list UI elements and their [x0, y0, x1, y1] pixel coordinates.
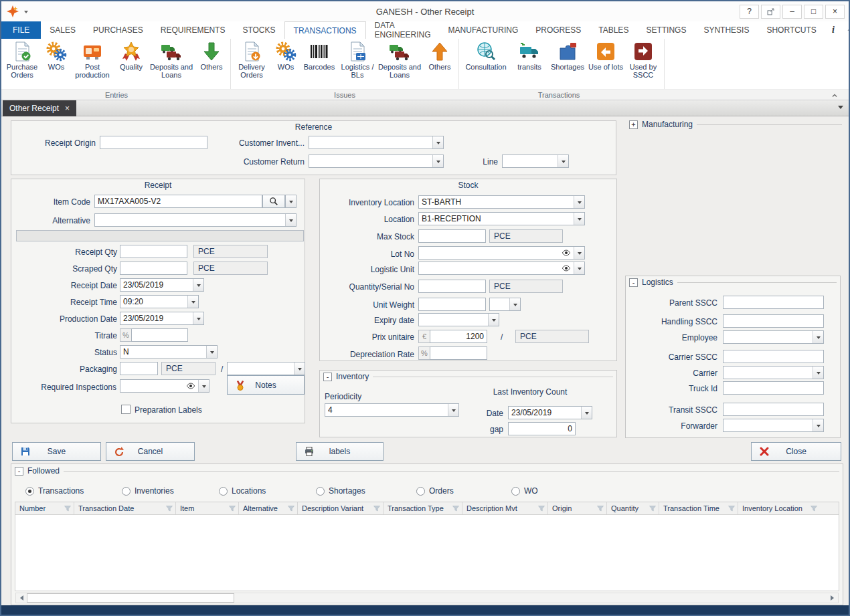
chevron-down-icon[interactable] [294, 363, 305, 375]
tab-progress[interactable]: PROGRESS [527, 21, 590, 39]
depreciation-rate-input[interactable] [430, 346, 487, 360]
inventory-location-combo[interactable] [418, 195, 585, 209]
ribbon-post-production-button[interactable]: Post production [71, 39, 114, 89]
grid-body-empty[interactable] [15, 515, 839, 591]
receipt-time-input[interactable] [120, 296, 187, 308]
scroll-left-arrow[interactable] [16, 593, 27, 603]
chevron-down-icon[interactable] [581, 407, 592, 419]
chevron-down-icon[interactable] [574, 213, 584, 225]
filter-locations-radio[interactable]: Locations [219, 486, 266, 496]
chevron-down-icon[interactable] [813, 367, 823, 379]
alternative-combo[interactable] [94, 213, 296, 227]
close-button[interactable]: Close [751, 442, 841, 461]
preparation-labels-checkbox[interactable] [121, 405, 131, 414]
chevron-down-icon[interactable] [813, 419, 823, 431]
employee-input[interactable] [724, 331, 813, 343]
lot-no-input[interactable] [419, 247, 558, 259]
tab-transactions[interactable]: TRANSACTIONS [284, 21, 366, 39]
collapse-toggle-icon[interactable]: - [15, 467, 23, 476]
truck-id-input[interactable] [723, 381, 824, 395]
close-window-button[interactable]: × [825, 5, 845, 19]
lot-no-combo[interactable] [418, 246, 585, 260]
inventory-date-combo[interactable] [508, 406, 592, 419]
tab-shortcuts[interactable]: SHORTCUTS [758, 21, 825, 39]
alternative-input[interactable] [95, 214, 285, 226]
receipt-date-input[interactable] [120, 279, 193, 291]
chevron-down-icon[interactable] [198, 380, 209, 392]
chevron-down-icon[interactable] [558, 155, 568, 167]
column-header-transaction-type[interactable]: Transaction Type [384, 502, 462, 514]
receipt-origin-input[interactable] [100, 136, 207, 149]
transit-sscc-input[interactable] [723, 403, 824, 416]
tab-stocks[interactable]: STOCKS [234, 21, 284, 39]
eye-icon[interactable] [558, 247, 574, 259]
column-header-inventory-location[interactable]: Inventory Location [738, 502, 820, 514]
inventory-date-input[interactable] [509, 407, 581, 419]
ribbon-barcodes-button[interactable]: Barcodes [301, 39, 338, 89]
document-tab-other-receipt[interactable]: Other Receipt × [3, 100, 76, 116]
scroll-right-arrow[interactable] [827, 593, 838, 603]
chevron-down-icon[interactable] [574, 262, 584, 274]
carrier-sscc-input[interactable] [723, 350, 824, 363]
chevron-down-icon[interactable] [193, 279, 203, 291]
ribbon-logistics-bls-button[interactable]: Logistics / BLs [338, 39, 377, 89]
packaging-per-combo[interactable] [227, 362, 305, 375]
tab-list-caret-icon[interactable] [838, 106, 843, 112]
column-header-quantity[interactable]: Quantity [607, 502, 659, 514]
forwarder-combo[interactable] [723, 419, 824, 432]
ribbon-wos-entries-button[interactable]: WOs [41, 39, 71, 89]
ribbon-use-of-lots-button[interactable]: Use of lots [588, 39, 624, 89]
filter-wo-radio[interactable]: WO [511, 486, 538, 496]
packaging-input[interactable] [120, 362, 158, 375]
tab-file[interactable]: FILE [1, 21, 41, 39]
employee-combo[interactable] [723, 330, 824, 344]
expand-toggle-icon[interactable]: + [629, 120, 638, 129]
line-combo[interactable] [502, 155, 569, 168]
item-code-search-button[interactable] [262, 195, 285, 208]
chevron-down-icon[interactable] [448, 404, 458, 416]
periodicity-input[interactable] [325, 404, 448, 416]
scraped-qty-input[interactable] [120, 262, 187, 275]
scrollbar-track[interactable] [234, 593, 827, 603]
maximize-button[interactable]: □ [804, 5, 823, 19]
status-input[interactable] [120, 346, 206, 358]
column-header-description-mvt[interactable]: Description Mvt [462, 502, 548, 514]
line-input[interactable] [503, 155, 558, 167]
required-inspections-combo[interactable] [120, 379, 209, 393]
customer-invent-combo[interactable] [309, 136, 444, 149]
carrier-combo[interactable] [723, 366, 824, 379]
unit-weight-unit-input[interactable] [490, 298, 509, 310]
help-button[interactable]: ? [740, 5, 759, 19]
item-code-input[interactable] [94, 195, 262, 208]
chevron-down-icon[interactable] [432, 136, 443, 148]
ribbon-delivery-orders-button[interactable]: Delivery Orders [232, 39, 271, 89]
ribbon-shortages-button[interactable]: Shortages [547, 39, 588, 89]
filter-shortages-radio[interactable]: Shortages [316, 486, 365, 496]
ribbon-others-entries-button[interactable]: Others [194, 39, 229, 89]
forwarder-input[interactable] [724, 419, 813, 431]
customer-return-input[interactable] [309, 155, 432, 167]
tab-tables[interactable]: TABLES [590, 21, 637, 39]
scrollbar-thumb[interactable] [27, 593, 234, 603]
chevron-down-icon[interactable] [206, 346, 217, 358]
chevron-down-icon[interactable] [813, 331, 823, 343]
unit-weight-unit-combo[interactable] [489, 298, 521, 311]
periodicity-combo[interactable] [325, 403, 459, 417]
status-combo[interactable] [120, 345, 218, 358]
receipt-time-combo[interactable] [120, 295, 199, 308]
carrier-input[interactable] [724, 367, 813, 379]
column-header-transaction-time[interactable]: Transaction Time [659, 502, 738, 514]
customer-return-combo[interactable] [309, 155, 444, 168]
expiry-date-combo[interactable] [418, 313, 499, 326]
collapse-toggle-icon[interactable]: - [629, 278, 638, 287]
expiry-date-input[interactable] [419, 314, 488, 326]
info-icon[interactable]: i [825, 23, 841, 37]
horizontal-scrollbar[interactable] [15, 593, 839, 603]
item-code-dropdown-button[interactable] [285, 195, 296, 208]
column-header-transaction-date[interactable]: Transaction Date [74, 502, 176, 514]
gap-input[interactable] [508, 422, 576, 435]
collapse-toggle-icon[interactable]: - [323, 373, 332, 381]
chevron-down-icon[interactable] [488, 314, 499, 326]
tab-sales[interactable]: SALES [41, 21, 84, 39]
ribbon-transits-button[interactable]: transits [511, 39, 547, 89]
